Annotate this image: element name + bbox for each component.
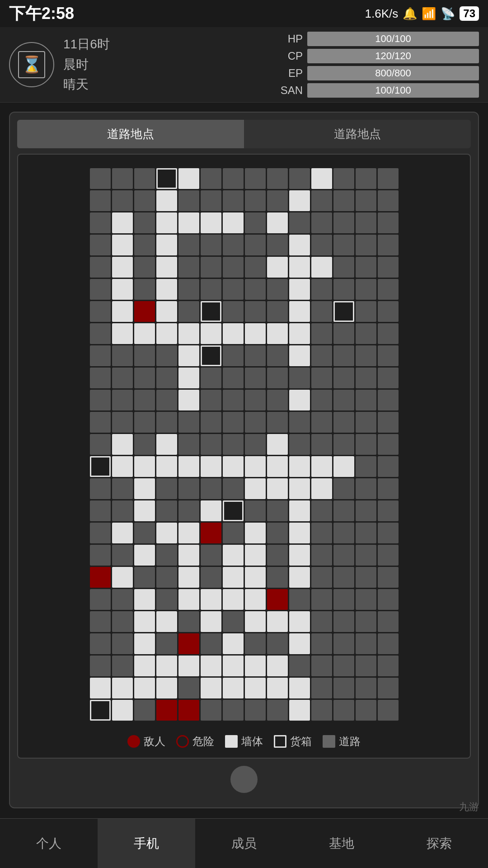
stat-bar-san: 100/100 [307,83,479,98]
map-cell [356,368,376,388]
map-cell [178,257,199,278]
map-cell [156,656,177,676]
map-cell [201,279,221,300]
map-cell [289,678,310,698]
map-cell [178,368,199,388]
road-icon [323,735,335,748]
map-cell [134,301,155,322]
map-cell [311,567,332,588]
map-cell [356,434,376,455]
map-cell [289,500,310,521]
map-cell [245,611,266,632]
map-cell [223,523,244,543]
map-cell [378,478,399,499]
map-cell [245,700,266,721]
map-cell [378,589,399,610]
stat-row-cp: CP120/120 [276,49,479,63]
map-cell [223,235,244,255]
map-cell [223,700,244,721]
map-cell [245,390,266,410]
wall-label: 墙体 [241,734,263,749]
map-cell [333,478,354,499]
map-cell [311,589,332,610]
map-cell [223,279,244,300]
map-cell [156,257,177,278]
map-cell [134,545,155,566]
map-cell [289,567,310,588]
map-cell [134,611,155,632]
map-cell [333,279,354,300]
map-cell [90,545,111,566]
map-cell [245,235,266,255]
map-cell [289,279,310,300]
map-cell [333,567,354,588]
map-cell [333,678,354,698]
map-cell [90,589,111,610]
map-cell [378,434,399,455]
map-cell [333,611,354,632]
tabs: 道路地点 道路地点 [17,120,471,148]
map-cell [156,700,177,721]
map-cell [156,301,177,322]
stat-bar-cp: 120/120 [307,49,479,63]
map-cell [223,500,244,521]
map-cell [311,478,332,499]
map-cell [311,279,332,300]
map-cell [333,633,354,654]
nav-explore[interactable]: 探索 [390,819,488,868]
status-time: 下午2:58 [9,3,74,25]
map-cell [134,567,155,588]
map-cell [378,235,399,255]
tab-1[interactable]: 道路地点 [17,120,244,148]
map-cell [112,345,133,366]
map-cell [178,301,199,322]
map-cell [90,190,111,211]
nav-members[interactable]: 成员 [195,819,293,868]
nav-phone[interactable]: 手机 [98,819,195,868]
map-cell [267,700,288,721]
map-cell [289,611,310,632]
map-cell [223,456,244,477]
map-cell [156,190,177,211]
tab-2[interactable]: 道路地点 [244,120,471,148]
map-cell [201,368,221,388]
network-speed: 1.6K/s [365,7,399,21]
map-cell [90,700,111,721]
nav-personal[interactable]: 个人 [0,819,98,868]
signal-icon: 📶 [422,7,436,21]
map-cell [356,589,376,610]
map-cell [289,257,310,278]
map-cell [289,523,310,543]
map-cell [178,567,199,588]
bell-icon: 🔔 [403,7,417,21]
map-cell [378,301,399,322]
stat-value-cp: 120/120 [375,50,411,62]
map-cell [223,545,244,566]
map-cell [267,434,288,455]
stat-row-hp: HP100/100 [276,32,479,46]
map-cell [311,190,332,211]
map-cell [356,279,376,300]
map-cell [90,235,111,255]
map-cell [134,434,155,455]
game-period: 晨时 [63,55,110,75]
map-cell [223,656,244,676]
map-cell [356,390,376,410]
map-cell [378,345,399,366]
map-cell [333,545,354,566]
map-cell [178,589,199,610]
map-cell [201,700,221,721]
map-cell [90,633,111,654]
map-cell [245,368,266,388]
nav-base[interactable]: 基地 [293,819,390,868]
map-cell [289,545,310,566]
map-cell [156,434,177,455]
map-cell [201,345,221,366]
map-cell [178,345,199,366]
map-cell [90,456,111,477]
map-cell [134,523,155,543]
stat-bar-ep: 800/800 [307,66,479,80]
map-cell [201,567,221,588]
map-cell [90,567,111,588]
stat-label-ep: EP [276,67,303,80]
